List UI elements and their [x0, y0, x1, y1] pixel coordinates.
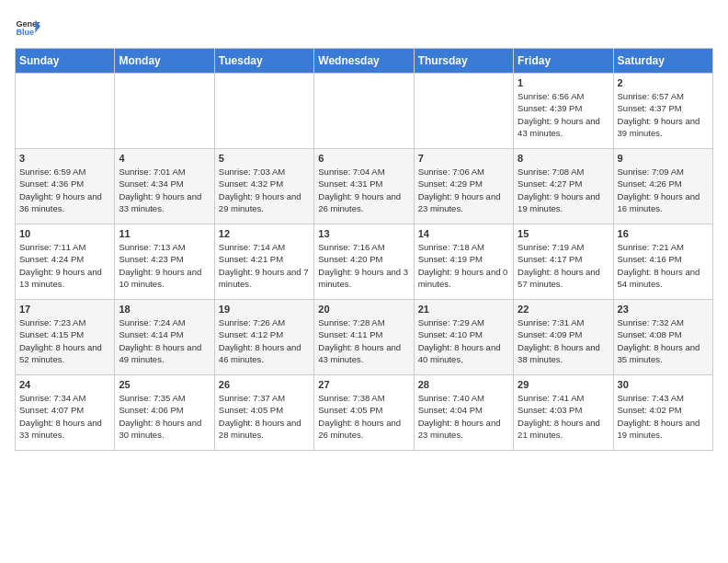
day-of-week-header: Saturday: [613, 49, 712, 74]
day-detail: Sunrise: 7:03 AM Sunset: 4:32 PM Dayligh…: [219, 166, 310, 214]
calendar-cell: 3Sunrise: 6:59 AM Sunset: 4:36 PM Daylig…: [16, 149, 115, 224]
day-number: 21: [418, 304, 509, 315]
calendar-cell: 21Sunrise: 7:29 AM Sunset: 4:10 PM Dayli…: [414, 300, 513, 375]
logo-icon: General Blue: [15, 15, 40, 40]
calendar-cell: 19Sunrise: 7:26 AM Sunset: 4:12 PM Dayli…: [214, 300, 313, 375]
calendar-cell: [314, 74, 414, 149]
day-detail: Sunrise: 6:56 AM Sunset: 4:39 PM Dayligh…: [518, 90, 609, 139]
calendar-cell: 1Sunrise: 6:56 AM Sunset: 4:39 PM Daylig…: [514, 74, 613, 149]
day-number: 19: [219, 304, 310, 315]
calendar-cell: 24Sunrise: 7:34 AM Sunset: 4:07 PM Dayli…: [16, 375, 115, 451]
calendar-cell: 4Sunrise: 7:01 AM Sunset: 4:34 PM Daylig…: [115, 149, 214, 224]
calendar-cell: [214, 74, 313, 149]
calendar-cell: 29Sunrise: 7:41 AM Sunset: 4:03 PM Dayli…: [514, 375, 613, 451]
day-detail: Sunrise: 7:28 AM Sunset: 4:11 PM Dayligh…: [318, 316, 409, 365]
day-detail: Sunrise: 7:01 AM Sunset: 4:34 PM Dayligh…: [119, 166, 210, 214]
day-detail: Sunrise: 7:41 AM Sunset: 4:03 PM Dayligh…: [518, 392, 609, 441]
day-detail: Sunrise: 6:57 AM Sunset: 4:37 PM Dayligh…: [618, 90, 709, 139]
calendar-cell: 30Sunrise: 7:43 AM Sunset: 4:02 PM Dayli…: [613, 375, 712, 451]
calendar-cell: 22Sunrise: 7:31 AM Sunset: 4:09 PM Dayli…: [514, 300, 613, 375]
calendar-cell: 16Sunrise: 7:21 AM Sunset: 4:16 PM Dayli…: [613, 224, 712, 300]
calendar-cell: [16, 74, 115, 149]
calendar-cell: 27Sunrise: 7:38 AM Sunset: 4:05 PM Dayli…: [314, 375, 414, 451]
day-number: 23: [618, 304, 709, 315]
day-number: 11: [119, 228, 210, 239]
calendar-cell: 20Sunrise: 7:28 AM Sunset: 4:11 PM Dayli…: [314, 300, 414, 375]
day-detail: Sunrise: 7:35 AM Sunset: 4:06 PM Dayligh…: [119, 392, 210, 441]
day-number: 9: [618, 153, 709, 164]
calendar-cell: 8Sunrise: 7:08 AM Sunset: 4:27 PM Daylig…: [514, 149, 613, 224]
calendar-cell: 7Sunrise: 7:06 AM Sunset: 4:29 PM Daylig…: [414, 149, 513, 224]
calendar-cell: [414, 74, 513, 149]
day-number: 17: [19, 304, 110, 315]
day-of-week-header: Friday: [514, 49, 613, 74]
day-number: 1: [518, 77, 609, 88]
day-detail: Sunrise: 7:29 AM Sunset: 4:10 PM Dayligh…: [418, 316, 509, 365]
day-of-week-header: Monday: [115, 49, 214, 74]
day-number: 5: [219, 153, 310, 164]
calendar-cell: 23Sunrise: 7:32 AM Sunset: 4:08 PM Dayli…: [613, 300, 712, 375]
day-of-week-header: Tuesday: [214, 49, 313, 74]
day-number: 30: [618, 379, 709, 390]
day-number: 16: [618, 228, 709, 239]
calendar-cell: 26Sunrise: 7:37 AM Sunset: 4:05 PM Dayli…: [214, 375, 313, 451]
svg-text:Blue: Blue: [16, 28, 34, 37]
calendar-cell: 12Sunrise: 7:14 AM Sunset: 4:21 PM Dayli…: [214, 224, 313, 300]
day-number: 22: [518, 304, 609, 315]
calendar-cell: 13Sunrise: 7:16 AM Sunset: 4:20 PM Dayli…: [314, 224, 414, 300]
day-number: 26: [219, 379, 310, 390]
calendar-cell: 10Sunrise: 7:11 AM Sunset: 4:24 PM Dayli…: [16, 224, 115, 300]
day-number: 27: [318, 379, 409, 390]
day-detail: Sunrise: 7:19 AM Sunset: 4:17 PM Dayligh…: [518, 241, 609, 290]
day-detail: Sunrise: 7:18 AM Sunset: 4:19 PM Dayligh…: [418, 241, 509, 290]
calendar-cell: 11Sunrise: 7:13 AM Sunset: 4:23 PM Dayli…: [115, 224, 214, 300]
day-number: 6: [318, 153, 409, 164]
day-detail: Sunrise: 7:04 AM Sunset: 4:31 PM Dayligh…: [318, 166, 409, 214]
calendar-cell: 2Sunrise: 6:57 AM Sunset: 4:37 PM Daylig…: [613, 74, 712, 149]
calendar-cell: 28Sunrise: 7:40 AM Sunset: 4:04 PM Dayli…: [414, 375, 513, 451]
calendar-cell: 5Sunrise: 7:03 AM Sunset: 4:32 PM Daylig…: [214, 149, 313, 224]
calendar-cell: 17Sunrise: 7:23 AM Sunset: 4:15 PM Dayli…: [16, 300, 115, 375]
day-detail: Sunrise: 7:11 AM Sunset: 4:24 PM Dayligh…: [19, 241, 110, 290]
day-detail: Sunrise: 7:08 AM Sunset: 4:27 PM Dayligh…: [518, 166, 609, 214]
page-header: General Blue: [15, 15, 713, 40]
day-detail: Sunrise: 7:13 AM Sunset: 4:23 PM Dayligh…: [119, 241, 210, 290]
logo: General Blue: [15, 15, 40, 40]
day-number: 10: [19, 228, 110, 239]
calendar-cell: 18Sunrise: 7:24 AM Sunset: 4:14 PM Dayli…: [115, 300, 214, 375]
day-number: 4: [119, 153, 210, 164]
day-number: 3: [19, 153, 110, 164]
calendar-cell: 9Sunrise: 7:09 AM Sunset: 4:26 PM Daylig…: [613, 149, 712, 224]
calendar-cell: 15Sunrise: 7:19 AM Sunset: 4:17 PM Dayli…: [514, 224, 613, 300]
day-number: 14: [418, 228, 509, 239]
day-detail: Sunrise: 7:24 AM Sunset: 4:14 PM Dayligh…: [119, 316, 210, 365]
day-detail: Sunrise: 6:59 AM Sunset: 4:36 PM Dayligh…: [19, 166, 110, 214]
day-detail: Sunrise: 7:23 AM Sunset: 4:15 PM Dayligh…: [19, 316, 110, 365]
day-number: 8: [518, 153, 609, 164]
day-detail: Sunrise: 7:06 AM Sunset: 4:29 PM Dayligh…: [418, 166, 509, 214]
day-detail: Sunrise: 7:16 AM Sunset: 4:20 PM Dayligh…: [318, 241, 409, 290]
calendar-cell: 25Sunrise: 7:35 AM Sunset: 4:06 PM Dayli…: [115, 375, 214, 451]
day-number: 7: [418, 153, 509, 164]
calendar-table: SundayMondayTuesdayWednesdayThursdayFrid…: [15, 48, 713, 451]
calendar-cell: 6Sunrise: 7:04 AM Sunset: 4:31 PM Daylig…: [314, 149, 414, 224]
day-detail: Sunrise: 7:31 AM Sunset: 4:09 PM Dayligh…: [518, 316, 609, 365]
day-detail: Sunrise: 7:21 AM Sunset: 4:16 PM Dayligh…: [618, 241, 709, 290]
day-number: 29: [518, 379, 609, 390]
day-detail: Sunrise: 7:26 AM Sunset: 4:12 PM Dayligh…: [219, 316, 310, 365]
day-number: 24: [19, 379, 110, 390]
day-number: 25: [119, 379, 210, 390]
day-number: 13: [318, 228, 409, 239]
day-detail: Sunrise: 7:32 AM Sunset: 4:08 PM Dayligh…: [618, 316, 709, 365]
day-of-week-header: Thursday: [414, 49, 513, 74]
day-detail: Sunrise: 7:37 AM Sunset: 4:05 PM Dayligh…: [219, 392, 310, 441]
day-detail: Sunrise: 7:34 AM Sunset: 4:07 PM Dayligh…: [19, 392, 110, 441]
day-detail: Sunrise: 7:09 AM Sunset: 4:26 PM Dayligh…: [618, 166, 709, 214]
day-of-week-header: Sunday: [16, 49, 115, 74]
calendar-cell: 14Sunrise: 7:18 AM Sunset: 4:19 PM Dayli…: [414, 224, 513, 300]
day-detail: Sunrise: 7:40 AM Sunset: 4:04 PM Dayligh…: [418, 392, 509, 441]
day-number: 2: [618, 77, 709, 88]
day-number: 20: [318, 304, 409, 315]
day-number: 18: [119, 304, 210, 315]
day-number: 12: [219, 228, 310, 239]
